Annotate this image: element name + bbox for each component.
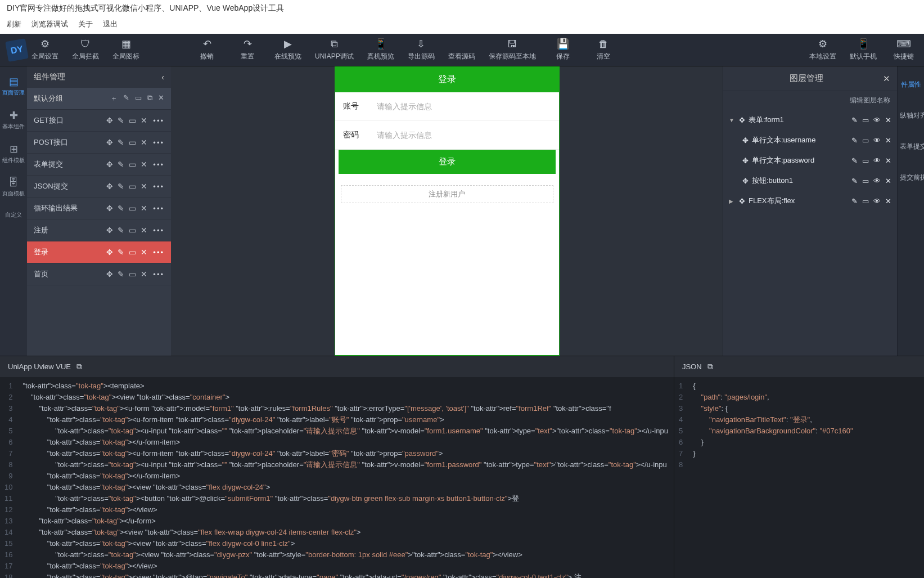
layer-action-icon[interactable]: ✕ bbox=[885, 136, 891, 145]
layer-action-icon[interactable]: ✎ bbox=[851, 136, 858, 145]
page-item-POST接口[interactable]: POST接口 ✥✎▭✕ ••• bbox=[27, 132, 171, 154]
row-action-icon[interactable]: ✥ bbox=[106, 116, 113, 125]
page-item-首页[interactable]: 首页 ✥✎▭✕ ••• bbox=[27, 263, 171, 285]
toolbar-真机预览[interactable]: 📱 真机预览 bbox=[367, 38, 394, 61]
menu-item[interactable]: 刷新 bbox=[7, 19, 21, 29]
row-action-icon[interactable]: ▭ bbox=[129, 204, 136, 213]
page-item-JSON提交[interactable]: JSON提交 ✥✎▭✕ ••• bbox=[27, 176, 171, 198]
menu-item[interactable]: 退出 bbox=[103, 19, 118, 29]
toolbar-导出源码[interactable]: ⇩ 导出源码 bbox=[408, 38, 435, 61]
toolbar-默认手机[interactable]: 📱 默认手机 bbox=[850, 38, 877, 61]
more-icon[interactable]: ••• bbox=[153, 138, 164, 147]
menu-item[interactable]: 浏览器调试 bbox=[31, 19, 68, 29]
row-action-icon[interactable]: ✕ bbox=[141, 138, 147, 147]
row-action-icon[interactable]: ✕ bbox=[141, 226, 147, 235]
toolbar-查看源码[interactable]: 查看源码 bbox=[448, 38, 475, 61]
group-action-icon[interactable]: ▭ bbox=[135, 93, 142, 104]
group-action-icon[interactable]: ⧉ bbox=[147, 93, 152, 104]
row-action-icon[interactable]: ✎ bbox=[118, 160, 124, 169]
nav-自定义[interactable]: 自定义 bbox=[1, 205, 26, 223]
prop-纵轴对齐[interactable]: 纵轴对齐 bbox=[898, 107, 924, 124]
layer-action-icon[interactable]: ▭ bbox=[862, 116, 869, 124]
menu-item[interactable]: 关于 bbox=[78, 19, 93, 29]
row-action-icon[interactable]: ✥ bbox=[106, 270, 113, 279]
layer-action-icon[interactable]: ✎ bbox=[851, 197, 858, 205]
group-action-icon[interactable]: ✎ bbox=[123, 93, 129, 104]
page-item-循环输出结果[interactable]: 循环输出结果 ✥✎▭✕ ••• bbox=[27, 198, 171, 219]
layer-action-icon[interactable]: ✎ bbox=[851, 156, 858, 165]
more-icon[interactable]: ••• bbox=[153, 204, 164, 213]
row-action-icon[interactable]: ✥ bbox=[106, 138, 113, 147]
prop-件属性[interactable]: 件属性 bbox=[898, 77, 924, 93]
toolbar-保存[interactable]: 💾 保存 bbox=[549, 38, 576, 61]
layer-action-icon[interactable]: 👁 bbox=[873, 197, 881, 205]
layer-action-icon[interactable]: 👁 bbox=[873, 116, 881, 124]
layer-action-icon[interactable]: ✕ bbox=[885, 197, 891, 205]
layer-action-icon[interactable]: ✎ bbox=[851, 177, 858, 185]
page-item-登录[interactable]: 登录 ✥✎▭✕ ••• bbox=[27, 241, 171, 263]
layer-action-icon[interactable]: ▭ bbox=[862, 136, 869, 145]
layer-action-icon[interactable]: 👁 bbox=[873, 156, 881, 165]
code-tab-title[interactable]: JSON bbox=[682, 362, 702, 371]
more-icon[interactable]: ••• bbox=[153, 182, 164, 191]
register-link[interactable]: 注册新用户 bbox=[341, 185, 553, 203]
layer-按钮:button1[interactable]: ✥ 按钮:button1 ✎▭👁✕ bbox=[723, 171, 897, 191]
layer-FLEX布局:flex[interactable]: ▶ ✥ FLEX布局:flex ✎▭👁✕ bbox=[723, 191, 897, 211]
layer-表单:form1[interactable]: ▼ ✥ 表单:form1 ✎▭👁✕ bbox=[723, 110, 897, 130]
code-tab-title[interactable]: UniApp Uview VUE bbox=[8, 362, 71, 371]
layer-action-icon[interactable]: ✕ bbox=[885, 177, 891, 185]
toolbar-清空[interactable]: 🗑 清空 bbox=[590, 38, 617, 61]
move-icon[interactable]: ✥ bbox=[739, 116, 745, 124]
page-item-注册[interactable]: 注册 ✥✎▭✕ ••• bbox=[27, 219, 171, 241]
toolbar-重置[interactable]: ↷ 重置 bbox=[234, 38, 261, 61]
form-row-password[interactable]: 密码 bbox=[335, 121, 559, 150]
expand-icon[interactable]: ▼ bbox=[729, 117, 736, 123]
form-row-username[interactable]: 账号 bbox=[335, 92, 559, 121]
nav-基本组件[interactable]: ✚ 基本组件 bbox=[1, 105, 26, 135]
more-icon[interactable]: ••• bbox=[153, 248, 164, 257]
row-action-icon[interactable]: ✕ bbox=[141, 248, 147, 257]
login-button[interactable]: 登录 bbox=[339, 150, 556, 174]
row-action-icon[interactable]: ▭ bbox=[129, 270, 136, 279]
copy-icon[interactable]: ⧉ bbox=[707, 362, 713, 371]
row-action-icon[interactable]: ✥ bbox=[106, 204, 113, 213]
password-input[interactable] bbox=[377, 131, 551, 140]
layer-action-icon[interactable]: 👁 bbox=[873, 177, 881, 185]
layer-action-icon[interactable]: ✕ bbox=[885, 156, 891, 165]
row-action-icon[interactable]: ▭ bbox=[129, 248, 136, 257]
more-icon[interactable]: ••• bbox=[153, 270, 164, 279]
toolbar-快捷键[interactable]: ⌨ 快捷键 bbox=[890, 38, 917, 61]
layer-action-icon[interactable]: ✎ bbox=[851, 116, 858, 124]
row-action-icon[interactable]: ✎ bbox=[118, 270, 124, 279]
username-input[interactable] bbox=[377, 102, 551, 111]
group-action-icon[interactable]: ✕ bbox=[158, 93, 164, 104]
more-icon[interactable]: ••• bbox=[153, 117, 164, 125]
toolbar-在线预览[interactable]: ▶ 在线预览 bbox=[274, 38, 301, 61]
row-action-icon[interactable]: ▭ bbox=[129, 182, 136, 191]
row-action-icon[interactable]: ▭ bbox=[129, 160, 136, 169]
move-icon[interactable]: ✥ bbox=[742, 156, 749, 165]
row-action-icon[interactable]: ✥ bbox=[106, 248, 113, 257]
layer-action-icon[interactable]: ▭ bbox=[862, 177, 869, 185]
layer-单行文本:username[interactable]: ✥ 单行文本:username ✎▭👁✕ bbox=[723, 130, 897, 150]
row-action-icon[interactable]: ▭ bbox=[129, 116, 136, 125]
layer-action-icon[interactable]: ▭ bbox=[862, 197, 869, 205]
prop-表单提交地址[interactable]: 表单提交地址 bbox=[898, 138, 924, 155]
move-icon[interactable]: ✥ bbox=[739, 197, 745, 205]
edit-layer-name[interactable]: 编辑图层名称 bbox=[723, 91, 897, 110]
row-action-icon[interactable]: ✎ bbox=[118, 116, 124, 125]
row-action-icon[interactable]: ▭ bbox=[129, 226, 136, 235]
row-action-icon[interactable]: ✎ bbox=[118, 182, 124, 191]
group-action-icon[interactable]: ＋ bbox=[110, 93, 118, 104]
more-icon[interactable]: ••• bbox=[153, 226, 164, 235]
expand-icon[interactable]: ▶ bbox=[729, 198, 736, 204]
layer-action-icon[interactable]: ✕ bbox=[885, 116, 891, 124]
page-item-表单提交[interactable]: 表单提交 ✥✎▭✕ ••• bbox=[27, 154, 171, 176]
row-action-icon[interactable]: ✕ bbox=[141, 116, 147, 125]
more-icon[interactable]: ••• bbox=[153, 160, 164, 169]
group-header[interactable]: 默认分组 ＋✎▭⧉✕ bbox=[27, 88, 171, 110]
copy-icon[interactable]: ⧉ bbox=[76, 362, 82, 371]
page-item-GET接口[interactable]: GET接口 ✥✎▭✕ ••• bbox=[27, 110, 171, 132]
row-action-icon[interactable]: ✎ bbox=[118, 248, 124, 257]
row-action-icon[interactable]: ✕ bbox=[141, 204, 147, 213]
